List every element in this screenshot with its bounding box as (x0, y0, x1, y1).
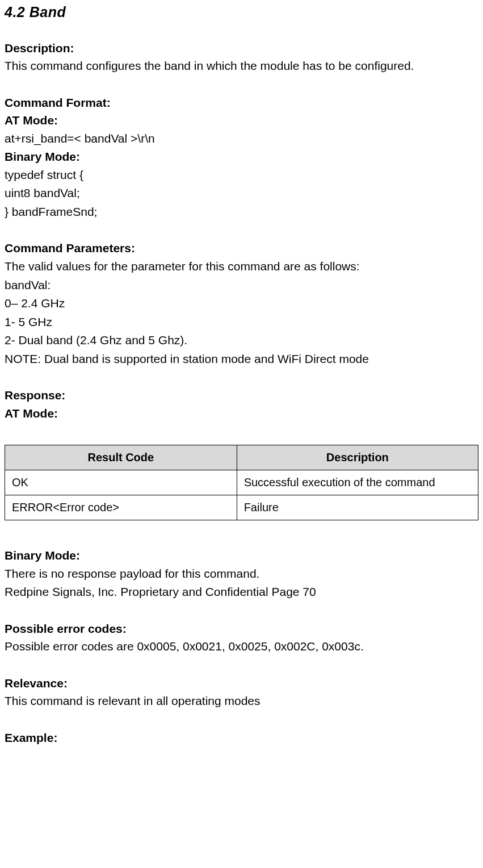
response-table: Result Code Description OK Successful ex… (5, 445, 478, 520)
binary-code-line: typedef struct { (5, 166, 478, 185)
page-footer-note: Redpine Signals, Inc. Proprietary and Co… (5, 583, 478, 602)
table-cell-description: Successful execution of the command (237, 470, 478, 495)
table-header-row: Result Code Description (5, 445, 478, 470)
error-codes-text: Possible error codes are 0x0005, 0x0021,… (5, 637, 478, 656)
response-block: Response: AT Mode: (5, 386, 478, 422)
binary-mode-label: Binary Mode: (5, 148, 478, 166)
at-mode-command: at+rsi_band=< bandVal >\r\n (5, 130, 478, 148)
error-codes-block: Possible error codes: Possible error cod… (5, 620, 478, 656)
binary-code-line: } bandFrameSnd; (5, 203, 478, 222)
response-binary-mode-label: Binary Mode: (5, 546, 478, 565)
table-header-result-code: Result Code (5, 445, 237, 470)
command-format-block: Command Format: AT Mode: at+rsi_band=< b… (5, 94, 478, 222)
example-heading: Example: (5, 729, 478, 747)
table-row: OK Successful execution of the command (5, 470, 478, 495)
relevance-text: This command is relevant in all operatin… (5, 692, 478, 711)
command-parameters-heading: Command Parameters: (5, 239, 478, 257)
command-format-heading: Command Format: (5, 94, 478, 112)
relevance-heading: Relevance: (5, 674, 478, 692)
param-value: 2- Dual band (2.4 Ghz and 5 Ghz). (5, 331, 478, 350)
table-row: ERROR<Error code> Failure (5, 495, 478, 520)
response-at-mode-label: AT Mode: (5, 404, 478, 423)
section-title: 4.2 Band (5, 1, 478, 23)
at-mode-label: AT Mode: (5, 111, 478, 130)
table-cell-result: OK (5, 470, 237, 495)
description-text: This command configures the band in whic… (5, 57, 478, 76)
binary-code-line: uint8 bandVal; (5, 184, 478, 203)
relevance-block: Relevance: This command is relevant in a… (5, 674, 478, 711)
table-cell-result: ERROR<Error code> (5, 495, 237, 520)
document-page: 4.2 Band Description: This command confi… (0, 1, 483, 758)
description-block: Description: This command configures the… (5, 39, 478, 76)
table-cell-description: Failure (237, 495, 478, 520)
example-block: Example: (5, 729, 478, 747)
response-heading: Response: (5, 386, 478, 404)
binary-response-text: There is no response payload for this co… (5, 565, 478, 583)
table-header-description: Description (237, 445, 478, 470)
parameters-intro: The valid values for the parameter for t… (5, 257, 478, 276)
command-parameters-block: Command Parameters: The valid values for… (5, 239, 478, 368)
param-name: bandVal: (5, 276, 478, 295)
error-codes-heading: Possible error codes: (5, 620, 478, 638)
param-value: 1- 5 GHz (5, 313, 478, 332)
description-heading: Description: (5, 39, 478, 57)
param-note: NOTE: Dual band is supported in station … (5, 350, 478, 369)
param-value: 0– 2.4 GHz (5, 294, 478, 313)
binary-response-block: Binary Mode: There is no response payloa… (5, 546, 478, 602)
